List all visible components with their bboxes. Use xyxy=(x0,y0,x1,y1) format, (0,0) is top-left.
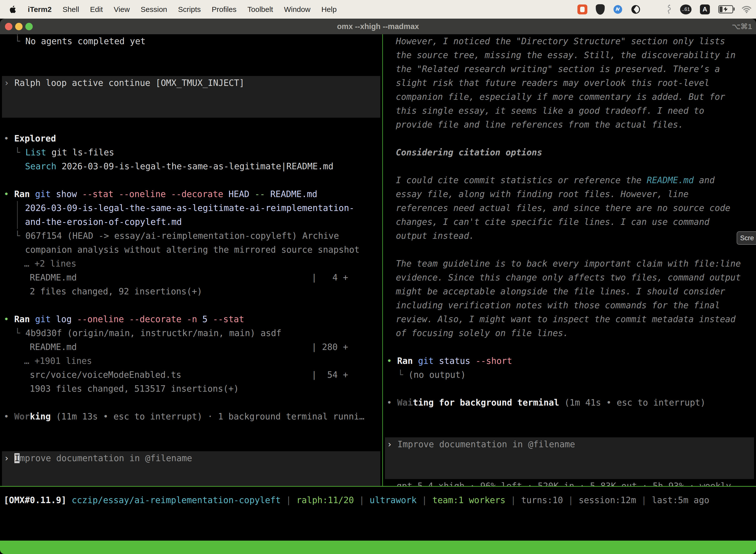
kaleidoscope-icon[interactable] xyxy=(631,5,640,14)
reasoning-line: I could cite commit statistics or refere… xyxy=(383,173,756,187)
waiting-status-line: • Waiting for background terminal (1m 41… xyxy=(383,396,756,409)
reasoning-line: review. Also, I might want to inspect th… xyxy=(383,312,756,326)
command-wrap-line: 2026-03-09-is-legal-the-same-as-legitima… xyxy=(0,201,382,215)
reasoning-line: companion file, especially if more comme… xyxy=(383,90,756,104)
shield-grid-icon[interactable] xyxy=(596,4,605,15)
menu-item-toolbelt[interactable]: Toolbelt xyxy=(248,5,273,14)
model-status-line: gpt-5.4 xhigh · 96% left · 520K in · 5.8… xyxy=(383,479,756,486)
screen-overlay-button[interactable]: Scre xyxy=(737,231,756,245)
diffstat-count: | 54 + xyxy=(312,368,348,382)
ran-git-log-line: • Ran git log --oneline --decorate -n 5 … xyxy=(0,312,382,326)
reasoning-line: provide file and line references from th… xyxy=(383,118,756,131)
menu-item-window[interactable]: Window xyxy=(284,5,311,14)
tmux-status-bar: [omx-cczip0:bash* "MacBook-Pro-44.local"… xyxy=(0,541,756,554)
no-agents-line: └ No agents completed yet xyxy=(0,34,382,48)
ran-git-status-line: • Ran git status --short xyxy=(383,354,756,368)
verified-badge-icon[interactable] xyxy=(613,5,623,14)
reasoning-line: of focusing solely on file lines. xyxy=(383,326,756,340)
diffstat-line: README.md| 280 + xyxy=(0,340,382,354)
tool-output-line: └ 4b9d30f (origin/main, instructkr/main,… xyxy=(0,326,382,340)
ran-git-show-line: • Ran git show --stat --oneline --decora… xyxy=(0,187,382,201)
reasoning-line: However, I noticed the "Directory Struct… xyxy=(383,34,756,48)
menu-item-scripts[interactable]: Scripts xyxy=(178,5,201,14)
diffstat-line: 1903 files changed, 513517 insertions(+) xyxy=(0,382,382,396)
tool-output-line: companion analysis without altering the … xyxy=(0,243,382,257)
diffstat-line: src/voice/voiceModeEnabled.ts| 54 + xyxy=(0,368,382,382)
right-pane[interactable]: However, I noticed the "Directory Struct… xyxy=(383,34,756,486)
tool-output-line: └ 067f154 (HEAD -> essay/ai-reimplementa… xyxy=(0,229,382,243)
menu-items: iTerm2ShellEditViewSessionScriptsProfile… xyxy=(28,5,336,14)
prompt-input[interactable]: › Improve documentation in @filename xyxy=(385,437,754,479)
diffstat-count: | 280 + xyxy=(312,340,348,354)
reasoning-heading: Considering citation options xyxy=(383,146,756,159)
reasoning-line: references need actual files, and since … xyxy=(383,201,756,215)
reasoning-line: might be acceptable alongside the file l… xyxy=(383,284,756,298)
dots-grid-icon[interactable] xyxy=(649,5,658,14)
diffstat-count: | 4 + xyxy=(312,271,348,284)
blank-line xyxy=(383,382,756,396)
battery-charging-icon[interactable] xyxy=(718,5,733,13)
command-wrap-line: and-the-erosion-of-copyleft.md xyxy=(0,215,382,229)
messages-icon[interactable] xyxy=(577,4,587,14)
hook-icon[interactable] xyxy=(666,4,672,15)
input-line[interactable]: › Improve documentation in @filename xyxy=(385,437,754,451)
menu-item-shell[interactable]: Shell xyxy=(63,5,79,14)
blank-line xyxy=(383,131,756,146)
reasoning-line: output instead. xyxy=(383,229,756,243)
reasoning-line: evidence. Since this change only affects… xyxy=(383,271,756,284)
reasoning-line: changes, I can't cite specific file line… xyxy=(383,215,756,229)
badge-61-label: ..61 xyxy=(682,6,690,12)
reasoning-line: the "Related research writing" section i… xyxy=(383,62,756,76)
menu-item-profiles[interactable]: Profiles xyxy=(211,5,236,14)
tool-output-line: … +1901 lines xyxy=(0,354,382,368)
reasoning-line: slight risk that future readers may over… xyxy=(383,76,756,90)
blank-line xyxy=(0,118,382,131)
tool-output-line: … +2 lines xyxy=(0,257,382,271)
window-shortcut: ⌥⌘1 xyxy=(732,19,752,34)
tool-call-search: Search 2026-03-09-is-legal-the-same-as-l… xyxy=(0,159,382,173)
screen: iTerm2ShellEditViewSessionScriptsProfile… xyxy=(0,0,756,554)
menu-item-edit[interactable]: Edit xyxy=(90,5,103,14)
reasoning-line: The team guideline is to back every impo… xyxy=(383,257,756,271)
menu-bar: iTerm2ShellEditViewSessionScriptsProfile… xyxy=(0,0,756,19)
battery-61-badge[interactable]: ..61 xyxy=(680,4,692,14)
menubar-status-icons: ..61 A xyxy=(577,4,756,15)
input-source-icon[interactable]: A xyxy=(700,4,710,14)
blank-line xyxy=(0,173,382,187)
blank-line xyxy=(0,396,382,409)
prompt-input[interactable]: › Improve documentation in @filename xyxy=(2,451,380,486)
blank-line xyxy=(383,409,756,424)
diffstat-line: README.md| 4 + xyxy=(0,271,382,284)
reasoning-line: this single essay, it seems like a good … xyxy=(383,104,756,118)
menu-item-iterm2[interactable]: iTerm2 xyxy=(28,5,52,14)
working-status-line: • Working (11m 13s • esc to interrupt) ·… xyxy=(0,409,382,424)
tool-call-list: └ List git ls-files xyxy=(0,146,382,159)
diffstat-line: 2 files changed, 92 insertions(+) xyxy=(0,284,382,298)
blank-line xyxy=(383,159,756,173)
tree-guide xyxy=(17,201,18,215)
title-bar[interactable]: omx --xhigh --madmax ⌥⌘1 xyxy=(0,19,756,34)
blank-line xyxy=(0,48,382,62)
reasoning-line: essay file, along with finding root file… xyxy=(383,187,756,201)
input-line[interactable]: › Ralph loop active continue [OMX_TMUX_I… xyxy=(2,76,380,90)
apple-menu[interactable] xyxy=(9,5,17,14)
reasoning-line: including verification notes with those … xyxy=(383,298,756,312)
input-source-label: A xyxy=(703,5,707,13)
tool-output-line: └ (no output) xyxy=(383,368,756,382)
reasoning-line: the source tree, missing the essay. Stil… xyxy=(383,48,756,62)
menu-item-view[interactable]: View xyxy=(114,5,130,14)
terminal-area: └ No agents completed yet› Ralph loop ac… xyxy=(0,34,756,486)
menu-item-session[interactable]: Session xyxy=(141,5,167,14)
blank-line xyxy=(383,340,756,354)
input-line[interactable]: › Improve documentation in @filename xyxy=(2,451,380,465)
menu-item-help[interactable]: Help xyxy=(321,5,337,14)
ralph-inject-box[interactable]: › Ralph loop active continue [OMX_TMUX_I… xyxy=(2,76,380,118)
left-pane[interactable]: └ No agents completed yet› Ralph loop ac… xyxy=(0,34,382,486)
explored-header: • Explored xyxy=(0,131,382,146)
blank-line xyxy=(383,243,756,257)
terminal-window: omx --xhigh --madmax ⌥⌘1 └ No agents com… xyxy=(0,19,756,554)
omx-status-line: [OMX#0.11.9] cczip/essay/ai-reimplementa… xyxy=(0,487,756,541)
blank-line xyxy=(0,298,382,312)
wifi-icon[interactable] xyxy=(742,6,752,13)
blank-line xyxy=(0,424,382,437)
